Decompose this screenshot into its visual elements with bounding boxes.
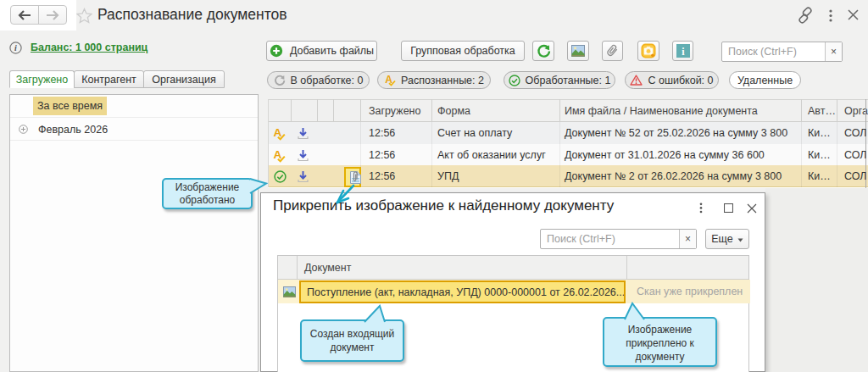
svg-text:А: А <box>273 148 281 161</box>
svg-text:А: А <box>273 126 281 139</box>
svg-text:i: i <box>14 43 17 53</box>
svg-text:А: А <box>385 74 392 86</box>
